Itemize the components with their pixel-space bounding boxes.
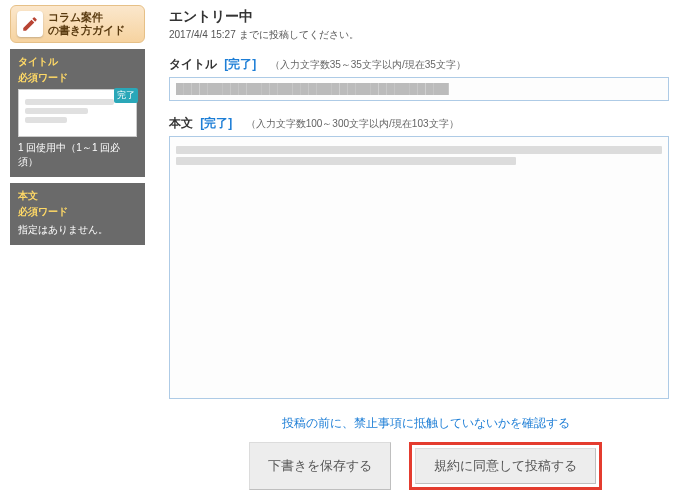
panel-desc: 指定はありません。	[18, 223, 137, 237]
panel-heading: タイトル	[18, 55, 137, 69]
submit-highlight: 規約に同意して投稿する	[409, 442, 602, 490]
required-word-box: 完了	[18, 89, 137, 137]
status-deadline: 2017/4/4 15:27 までに投稿してください。	[169, 28, 682, 42]
prohibited-items-link[interactable]: 投稿の前に、禁止事項に抵触していないかを確認する	[169, 415, 682, 432]
save-draft-button[interactable]: 下書きを保存する	[249, 442, 391, 490]
title-input[interactable]	[169, 77, 669, 101]
status-title: エントリー中	[169, 8, 682, 26]
panel-sub: 必須ワード	[18, 71, 137, 85]
sidebar-body-panel: 本文 必須ワード 指定はありません。	[10, 183, 145, 245]
guide-line1: コラム案件	[48, 11, 125, 24]
submit-button[interactable]: 規約に同意して投稿する	[415, 448, 596, 484]
title-field-label: タイトル [完了] （入力文字数35～35文字以内/現在35文字）	[169, 56, 682, 73]
body-done-text: [完了]	[200, 116, 232, 130]
sidebar: コラム案件 の書き方ガイド タイトル 必須ワード 完了 1 回使用中（1～1 回…	[0, 0, 155, 500]
body-textarea[interactable]	[169, 136, 669, 399]
title-label-text: タイトル	[169, 57, 217, 71]
guide-banner[interactable]: コラム案件 の書き方ガイド	[10, 5, 145, 43]
guide-line2: の書き方ガイド	[48, 24, 125, 37]
done-badge: 完了	[114, 88, 138, 103]
body-field-label: 本文 [完了] （入力文字数100～300文字以内/現在103文字）	[169, 115, 682, 132]
pencil-icon	[17, 11, 43, 37]
title-done-text: [完了]	[224, 57, 256, 71]
usage-count: 1 回使用中（1～1 回必須）	[18, 141, 137, 169]
main-content: エントリー中 2017/4/4 15:27 までに投稿してください。 タイトル …	[155, 0, 700, 500]
title-hint: （入力文字数35～35文字以内/現在35文字）	[270, 59, 466, 70]
body-hint: （入力文字数100～300文字以内/現在103文字）	[246, 118, 459, 129]
sidebar-title-panel: タイトル 必須ワード 完了 1 回使用中（1～1 回必須）	[10, 49, 145, 177]
panel-heading: 本文	[18, 189, 137, 203]
body-label-text: 本文	[169, 116, 193, 130]
panel-sub: 必須ワード	[18, 205, 137, 219]
guide-banner-text: コラム案件 の書き方ガイド	[48, 11, 125, 37]
button-row: 下書きを保存する 規約に同意して投稿する	[169, 442, 682, 490]
